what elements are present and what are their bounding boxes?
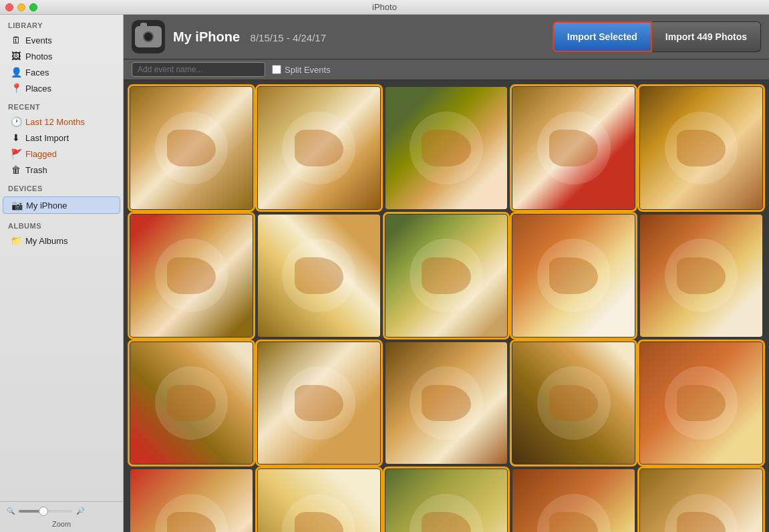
top-bar-actions: Import Selected Import 449 Photos (553, 21, 761, 52)
sidebar-item-lastimport[interactable]: ⬇ Last Import (3, 130, 120, 146)
photo-inner (512, 342, 635, 464)
sub-toolbar: Split Events (124, 59, 769, 80)
sidebar-item-flagged[interactable]: 🚩 Flagged (3, 146, 120, 162)
photo-cell[interactable] (130, 87, 253, 209)
photo-cell[interactable] (512, 87, 635, 209)
faces-label: Faces (25, 68, 49, 78)
photo-inner (386, 342, 508, 464)
places-icon: 📍 (11, 83, 21, 94)
photo-cell[interactable] (512, 342, 635, 464)
photo-cell[interactable] (640, 215, 762, 337)
album-icon: 📁 (11, 235, 21, 246)
split-events-label[interactable]: Split Events (272, 65, 331, 75)
photo-cell[interactable] (640, 342, 762, 464)
photo-cell[interactable] (512, 215, 635, 337)
title-bar: iPhoto (0, 0, 769, 15)
myiphone-label: My iPhone (26, 201, 67, 211)
import-all-button[interactable]: Import 449 Photos (652, 21, 761, 52)
device-icon-wrapper (132, 20, 165, 53)
sidebar-item-trash[interactable]: 🗑 Trash (3, 162, 120, 178)
photo-cell[interactable] (130, 342, 253, 464)
food-photo (640, 215, 762, 337)
lastimport-icon: ⬇ (11, 132, 21, 143)
device-info: My iPhone 8/15/15 - 4/24/17 (173, 29, 545, 45)
photo-cell[interactable] (640, 87, 762, 209)
zoom-in-icon: 🔎 (76, 507, 84, 515)
food-photo (130, 215, 253, 337)
food-photo (512, 342, 635, 464)
photo-inner (512, 87, 635, 209)
window-controls (5, 3, 37, 11)
photo-inner (640, 342, 762, 464)
last12-label: Last 12 Months (25, 117, 85, 127)
sidebar-item-events[interactable]: 🗓 Events (3, 32, 120, 48)
food-photo (640, 342, 762, 464)
iphone-icon: 📷 (11, 200, 22, 211)
import-selected-button[interactable]: Import Selected (553, 21, 652, 52)
photo-cell[interactable] (386, 87, 508, 209)
food-photo (386, 215, 508, 337)
photo-cell[interactable] (258, 469, 380, 532)
sidebar-item-places[interactable]: 📍 Places (3, 80, 120, 96)
library-section-label: LIBRARY (0, 15, 123, 32)
food-photo (130, 469, 253, 532)
sidebar-item-faces[interactable]: 👤 Faces (3, 64, 120, 80)
clock-icon: 🕐 (11, 116, 21, 127)
food-photo (512, 469, 635, 532)
lastimport-label: Last Import (25, 133, 69, 143)
faces-icon: 👤 (11, 67, 21, 78)
photo-cell[interactable] (258, 87, 380, 209)
photo-inner (258, 469, 380, 532)
photo-inner (512, 215, 635, 337)
photo-grid (130, 87, 762, 532)
food-photo (386, 87, 508, 209)
trash-label: Trash (25, 165, 47, 175)
photo-cell[interactable] (258, 215, 380, 337)
photo-inner (640, 215, 762, 337)
food-photo (258, 87, 380, 209)
photo-cell[interactable] (640, 469, 762, 532)
photos-icon: 🖼 (11, 51, 21, 61)
photo-grid-container[interactable] (124, 80, 769, 532)
photo-inner (512, 469, 635, 532)
main-layout: LIBRARY 🗓 Events 🖼 Photos 👤 Faces 📍 Plac… (0, 15, 769, 532)
food-photo (258, 342, 380, 464)
photo-cell[interactable] (130, 215, 253, 337)
photo-inner (130, 469, 253, 532)
split-events-checkbox[interactable] (272, 65, 281, 74)
food-photo (386, 342, 508, 464)
food-photo (258, 215, 380, 337)
photo-inner (130, 87, 253, 209)
flagged-label: Flagged (25, 149, 57, 159)
photo-cell[interactable] (386, 342, 508, 464)
camera-body-icon (135, 26, 162, 47)
minimize-button[interactable] (17, 3, 25, 11)
sidebar: LIBRARY 🗓 Events 🖼 Photos 👤 Faces 📍 Plac… (0, 15, 124, 532)
sidebar-zoom-bar: 🔍 🔎 (0, 501, 123, 520)
zoom-slider[interactable] (19, 510, 72, 513)
recent-section-label: RECENT (0, 96, 123, 114)
photo-inner (386, 469, 508, 532)
sidebar-item-photos[interactable]: 🖼 Photos (3, 48, 120, 64)
photo-cell[interactable] (130, 469, 253, 532)
photo-cell[interactable] (386, 215, 508, 337)
photo-cell[interactable] (386, 469, 508, 532)
devices-section-label: DEVICES (0, 178, 123, 195)
close-button[interactable] (5, 3, 13, 11)
photo-cell[interactable] (258, 342, 380, 464)
sidebar-item-myalbums[interactable]: 📁 My Albums (3, 233, 120, 249)
sidebar-item-myiphone[interactable]: 📷 My iPhone (3, 196, 120, 214)
photo-cell[interactable] (512, 469, 635, 532)
maximize-button[interactable] (29, 3, 37, 11)
photos-label: Photos (25, 51, 52, 61)
event-name-input[interactable] (132, 62, 265, 77)
food-photo (640, 469, 762, 532)
device-date: 8/15/15 - 4/24/17 (251, 32, 326, 43)
sidebar-item-last12months[interactable]: 🕐 Last 12 Months (3, 114, 120, 130)
myalbums-label: My Albums (25, 236, 68, 246)
events-icon: 🗓 (11, 35, 21, 45)
app-title: iPhoto (372, 2, 397, 12)
food-photo (386, 469, 508, 532)
photo-inner (258, 215, 380, 337)
food-photo (512, 87, 635, 209)
